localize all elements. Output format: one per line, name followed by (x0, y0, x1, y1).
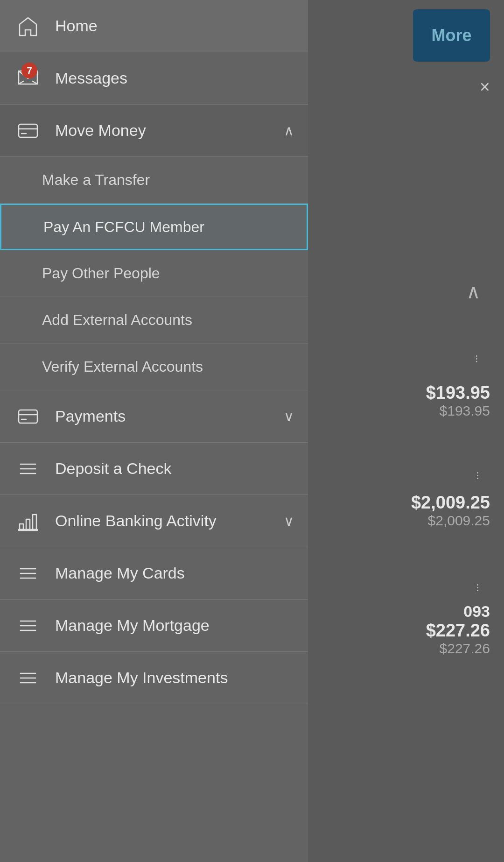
svg-rect-11 (26, 519, 30, 530)
lines-icon3 (14, 615, 42, 637)
sidebar-label-move-money: Move Money (55, 121, 284, 140)
amount-block-2: $2,009.25 $2,009.25 (411, 493, 490, 529)
sidebar-submenu-label-add-external-accounts: Add External Accounts (42, 311, 192, 329)
sidebar-item-manage-mortgage[interactable]: Manage My Mortgage (0, 600, 308, 652)
sidebar-item-payments[interactable]: Payments ∨ (0, 390, 308, 443)
payments-chevron-down-icon: ∨ (284, 408, 294, 424)
svg-rect-4 (19, 410, 37, 423)
amount-val2-3: $227.26 (426, 621, 490, 641)
messages-badge: 7 (21, 63, 37, 78)
sidebar-submenu-label-make-transfer: Make a Transfer (42, 171, 150, 189)
sidebar-submenu-label-pay-fcfcu-member: Pay An FCFCU Member (43, 219, 204, 236)
sidebar-submenu-pay-fcfcu-member[interactable]: Pay An FCFCU Member (0, 204, 308, 250)
svg-rect-1 (19, 124, 37, 137)
lines-icon4 (14, 667, 42, 689)
sidebar-label-manage-cards: Manage My Cards (55, 564, 294, 582)
sidebar-submenu-add-external-accounts[interactable]: Add External Accounts (0, 297, 308, 344)
sidebar-submenu-verify-external-accounts[interactable]: Verify External Accounts (0, 344, 308, 390)
sidebar-label-messages: Messages (55, 69, 294, 87)
sidebar-label-deposit-check: Deposit a Check (55, 459, 294, 478)
sidebar-label-home: Home (55, 17, 294, 35)
sidebar-label-manage-investments: Manage My Investments (55, 669, 294, 687)
more-button[interactable]: More (413, 9, 490, 62)
kebab-menu-1[interactable]: ••• (476, 355, 478, 363)
card-icon2 (14, 405, 42, 428)
sidebar-item-move-money[interactable]: Move Money ∧ (0, 105, 308, 157)
sidebar-item-messages[interactable]: 7 Messages (0, 52, 308, 105)
sidebar-submenu-label-verify-external-accounts: Verify External Accounts (42, 358, 203, 375)
sidebar-item-deposit-check[interactable]: Deposit a Check (0, 443, 308, 495)
sidebar-item-manage-investments[interactable]: Manage My Investments (0, 652, 308, 704)
sidebar-submenu-make-transfer[interactable]: Make a Transfer (0, 157, 308, 204)
amount-main-2: $2,009.25 (411, 493, 490, 513)
amount-block-3: 093 $227.26 $227.26 (426, 602, 490, 657)
close-button[interactable]: × (480, 77, 490, 97)
sidebar-submenu-pay-other-people[interactable]: Pay Other People (0, 250, 308, 297)
sidebar-item-home[interactable]: Home (0, 0, 308, 52)
amount-sub-3: $227.26 (426, 641, 490, 657)
amount-val1-3: 093 (426, 602, 490, 621)
online-banking-chevron-down-icon: ∨ (284, 513, 294, 529)
lines-icon (14, 458, 42, 480)
amount-sub-1: $193.95 (426, 403, 490, 419)
amount-block-1: $193.95 $193.95 (426, 383, 490, 419)
svg-rect-12 (33, 515, 36, 530)
kebab-menu-2[interactable]: ••• (476, 472, 478, 480)
sidebar-item-online-banking[interactable]: Online Banking Activity ∨ (0, 495, 308, 547)
sidebar-label-online-banking: Online Banking Activity (55, 512, 284, 530)
sidebar-item-manage-cards[interactable]: Manage My Cards (0, 547, 308, 600)
sidebar: Home 7 Messages Move Money ∧ Make a Tra (0, 0, 308, 862)
svg-rect-10 (20, 524, 23, 530)
card-icon (14, 120, 42, 142)
move-money-chevron-up-icon: ∧ (284, 122, 294, 139)
sidebar-label-payments: Payments (55, 407, 284, 425)
chevron-up-icon[interactable]: ∧ (466, 280, 481, 303)
kebab-menu-3[interactable]: ••• (476, 584, 478, 592)
lines-icon2 (14, 562, 42, 585)
chart-icon (14, 510, 42, 532)
amount-sub-2: $2,009.25 (411, 513, 490, 529)
sidebar-submenu-label-pay-other-people: Pay Other People (42, 265, 160, 282)
sidebar-label-manage-mortgage: Manage My Mortgage (55, 616, 294, 635)
amount-main-1: $193.95 (426, 383, 490, 403)
svg-rect-13 (19, 530, 37, 530)
home-icon (14, 15, 42, 37)
